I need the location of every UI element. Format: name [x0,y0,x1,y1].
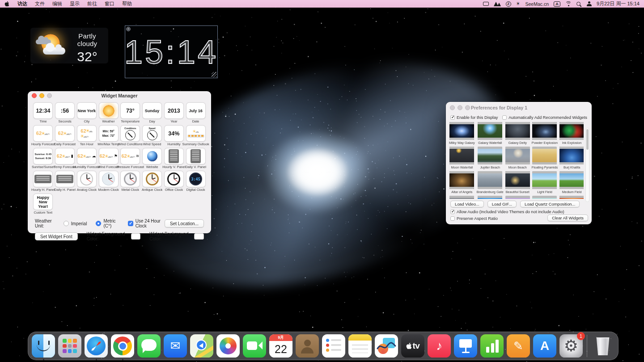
theme-thumb-moon-waterfall[interactable]: Moon Waterfall [449,147,475,169]
widget-tile-metal-clock[interactable]: Metal Clock [120,171,140,193]
allow-audio-label[interactable]: Allow Audio (Included Video Themes do no… [457,210,564,214]
theme-thumb-moon-beach[interactable]: Moon Beach [505,147,530,169]
tile-preview[interactable]: 62☀☁☁ [33,125,53,142]
tile-preview[interactable]: New York [77,102,97,119]
tile-preview[interactable]: HappyNewYear! [33,194,53,210]
tile-preview[interactable] [142,171,162,187]
tile-preview[interactable]: 62☀☁☀☁☁ [77,125,97,142]
theme-preview-image[interactable] [559,122,584,140]
tile-preview[interactable] [186,148,206,164]
menu-item-4[interactable]: 窗口 [105,0,114,7]
dock-contacts-icon[interactable] [296,334,319,358]
widget-tile-modern-clock[interactable]: Modern Clock [98,171,119,193]
widget-tile-hourly-h-panel[interactable]: Hourly H. Panel [33,171,53,193]
enable-display-label[interactable]: Enable for this Display [457,115,498,120]
tile-preview[interactable]: 34% [164,125,184,142]
theme-preview-image[interactable] [449,122,474,140]
minimize-button[interactable] [39,93,44,98]
load-gif-button[interactable]: Load GIF... [487,201,517,207]
menu-item-1[interactable]: 编辑 [52,0,62,7]
dock-notes-icon[interactable] [348,334,372,358]
tile-preview[interactable] [120,171,140,187]
dock-freeform-icon[interactable] [375,334,398,358]
theme-preview-image[interactable] [478,122,502,140]
theme-preview-image[interactable] [559,196,584,199]
tile-preview[interactable]: 62☀☁☁☁ [77,148,97,164]
search-icon[interactable] [576,1,582,7]
menu-item-3[interactable]: 前往 [87,0,97,7]
tile-preview[interactable]: 3:45 [186,171,206,187]
theme-thumb-milky-way-galaxy[interactable]: Milky Way Galaxy [449,122,475,145]
set-widget-font-button[interactable]: Set Widget Font [35,232,78,240]
auto-add-widgets-checkbox[interactable] [502,115,507,120]
tile-preview[interactable] [99,171,119,187]
tile-preview[interactable] [55,171,75,187]
widget-tile-min-max-temp[interactable]: Min: 59°Max: 73°Min/Max Temp [98,125,119,147]
menu-app-name[interactable]: 访达 [17,0,27,7]
dock-trash-icon[interactable] [591,334,614,358]
input-method-badge[interactable]: A [554,1,560,7]
weather-widget[interactable]: Partly cloudy 32° [30,28,108,63]
metric-label[interactable]: Metric (C°) [103,219,119,228]
widget-tile-hourly-v-panel[interactable]: Hourly V. Panel [164,148,184,170]
theme-thumb-floating-pyramids[interactable]: Floating Pyramids [532,147,558,169]
widget-tile-analog-clock[interactable]: Analog Clock [77,171,97,193]
close-button[interactable] [32,93,37,98]
set-location-button[interactable]: Set Location... [165,219,204,227]
tile-preview[interactable]: :56 [55,102,75,119]
theme-preview-image[interactable] [532,196,557,199]
clock-widget[interactable]: × 15:14 [125,25,218,78]
clear-all-widgets-button[interactable]: Clear All Widgets [547,215,588,221]
dock-settings-icon[interactable]: ⚙1 [559,334,583,358]
theme-preview-image[interactable] [449,147,474,164]
imperial-label[interactable]: Imperial [71,221,87,226]
dock-appstore-icon[interactable]: A [533,334,556,358]
theme-thumb-partial-15[interactable] [449,196,475,199]
widget-tile-wind-forecast[interactable]: 62☀☁☁⚑Wind Forecast [98,148,119,170]
circled-z-icon[interactable]: Z [506,1,511,7]
brightness-icon[interactable]: ☀ [516,1,521,6]
dock-messages-icon[interactable] [137,334,161,358]
tile-preview[interactable] [77,171,97,187]
theme-thumb-brandenburg-gate[interactable]: Brandenburg Gate [477,171,504,194]
preserve-aspect-checkbox[interactable] [450,216,455,221]
tile-preview[interactable]: Sunrise: 6:45Sunset: 8:39 [33,148,53,164]
theme-preview-image[interactable] [449,196,474,199]
widget-tile-weather[interactable]: Weather [98,102,119,124]
theme-thumb-powder-explosion[interactable]: Powder Explosion [532,122,558,145]
widget-tile-daily-v-panel[interactable]: Daily V. Panel [186,148,206,170]
widget-tile-custom-text[interactable]: HappyNewYear!Custom Text [33,194,53,215]
menu-item-0[interactable]: 文件 [35,0,45,7]
widget-tile-humidity-forecast[interactable]: 62☀☁☁☁Humidity Forecast [77,148,97,170]
dock-maps-icon[interactable] [190,334,213,358]
widget-tile-humidity[interactable]: 34%Humidity [164,125,184,147]
dock-pages-icon[interactable]: ✎ [507,334,530,358]
theme-preview-image[interactable] [505,147,530,164]
dock-chrome-icon[interactable] [111,334,134,358]
widget-tile-year[interactable]: 2013Year [164,102,184,124]
tile-preview[interactable]: 62☀☁☁≋ [120,148,140,164]
widget-tile-date[interactable]: July 16Date [186,102,206,124]
tile-preview[interactable]: July 16 [186,102,206,119]
imperial-radio[interactable] [64,221,69,226]
zoom-button[interactable] [465,105,470,110]
tile-preview[interactable]: 2013 [164,102,184,119]
dock-mail-icon[interactable]: ✉ [164,334,187,358]
tile-preview[interactable] [33,171,53,187]
close-button[interactable] [450,105,455,110]
widget-tile-pressure-forecast[interactable]: 62☀☁☁≋Pressure Forecast [120,148,140,170]
auto-add-widgets-label[interactable]: Automatically Add Recommended Widgets [508,115,587,120]
menu-item-2[interactable]: 显示 [70,0,80,7]
theme-preview-image[interactable] [532,147,557,164]
widget-tile-website[interactable]: Website [142,148,162,170]
widget-tile-antique-clock[interactable]: Antique Clock [142,171,162,193]
tile-preview[interactable] [164,148,184,164]
scrollbar[interactable] [585,128,589,202]
widget-tile-city[interactable]: New YorkCity [77,102,97,124]
preserve-aspect-label[interactable]: Preserve Aspect Ratio [457,216,498,221]
widget-manager-titlebar[interactable]: Widget Manager [28,91,211,100]
background-color-well[interactable] [194,233,204,240]
tile-preview[interactable]: Conditions [120,125,140,142]
preferences-titlebar[interactable]: Preferences for Display 1 [446,102,592,114]
theme-thumb-beautiful-sunset[interactable]: Beautiful Sunset [505,171,530,194]
